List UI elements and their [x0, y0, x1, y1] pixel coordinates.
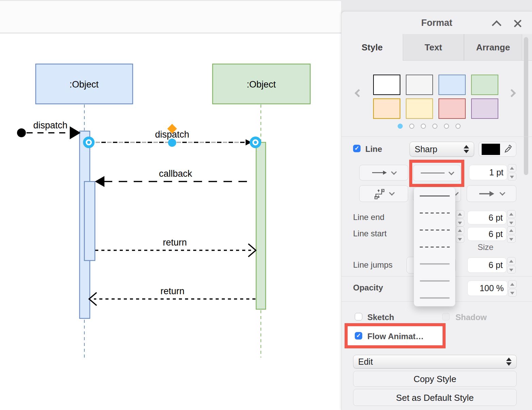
found-message-endpoint[interactable] [17, 128, 26, 137]
tab-style[interactable]: Style [342, 34, 403, 61]
line-checkbox[interactable]: ✓ [353, 145, 361, 152]
dotted-line-icon [420, 263, 450, 265]
panel-scrollbar[interactable] [524, 37, 528, 175]
line-style-option-dashed[interactable] [414, 238, 455, 255]
line-start-label: Line start [353, 229, 387, 238]
line-jumps-label: Line jumps [353, 260, 393, 270]
opacity-label: Opacity [353, 283, 383, 293]
select-arrows-icon [506, 358, 512, 366]
line-color-button[interactable] [479, 142, 516, 157]
callback-arrowhead [95, 176, 104, 187]
sequence-diagram: :Object :Object dispatch dispatch callba… [0, 0, 341, 410]
line-end-size-stepper[interactable] [456, 210, 464, 226]
tab-arrange[interactable]: Arrange [464, 34, 522, 61]
line-jumps-size-input[interactable]: 6 pt [467, 257, 506, 273]
activation-bar-right[interactable] [256, 142, 266, 309]
edit-select-value: Edit [358, 357, 373, 367]
activation-bar-left-nested[interactable] [84, 182, 95, 261]
eyedropper-icon [503, 144, 513, 154]
sketch-label: Sketch [367, 313, 394, 322]
return2-label: return [161, 286, 185, 296]
edit-select[interactable]: Edit [353, 355, 517, 368]
opacity-stepper[interactable] [508, 280, 517, 297]
line-width-stepper[interactable] [508, 164, 516, 180]
line-style-option-dashed[interactable] [414, 204, 455, 221]
pagination-dot[interactable] [421, 124, 426, 129]
line-style-option-solid[interactable] [414, 187, 455, 204]
dashed-line-icon [420, 212, 450, 214]
line-color-swatch [482, 144, 500, 155]
line-style-option-dashed[interactable] [414, 221, 455, 238]
style-swatch-red[interactable] [438, 98, 466, 119]
chevron-up-icon [492, 20, 501, 30]
pagination-dot[interactable] [455, 124, 461, 129]
chevron-left-icon[interactable] [354, 89, 363, 97]
edge-source-handle-dot [87, 141, 90, 144]
chevron-right-icon[interactable] [508, 89, 516, 97]
bold-arrow-icon [479, 190, 496, 197]
line-style-select[interactable]: Sharp [410, 142, 474, 157]
line-jumps-stepper[interactable] [507, 257, 516, 273]
line-end-size-stepper2[interactable] [507, 210, 516, 226]
line-start-size-input[interactable]: 6 pt [467, 227, 506, 241]
pagination-dot[interactable] [432, 124, 437, 129]
size-label: Size [478, 242, 494, 252]
set-default-style-button[interactable]: Set as Default Style [353, 389, 517, 406]
flow-animation-checkbox[interactable]: ✓ [355, 332, 362, 340]
solid-line-icon [420, 195, 450, 196]
pagination-dot[interactable] [444, 124, 449, 129]
panel-tabs: Style Text Arrange [342, 34, 532, 61]
arrow-end-button[interactable] [467, 185, 516, 202]
close-panel-button[interactable] [510, 16, 525, 31]
style-swatch-yellow[interactable] [406, 98, 433, 119]
dashed-line-icon [420, 230, 450, 231]
format-panel: Format Style Text Arrange ✓ Line Sharp [341, 11, 532, 410]
dotted-line-icon [420, 280, 450, 282]
style-swatch-white[interactable] [373, 75, 400, 95]
callback-label: callback [159, 169, 192, 179]
line-start-size-stepper2[interactable] [507, 226, 516, 243]
line-end-size-input[interactable]: 6 pt [467, 211, 506, 224]
select-arrows-icon [464, 145, 469, 153]
style-swatch-orange[interactable] [373, 98, 400, 119]
waypoints-icon [373, 188, 385, 200]
flow-animation-highlight: ✓ Flow Animat… [345, 323, 446, 348]
swatch-pagination [398, 124, 461, 129]
toolbar-area [0, 1, 341, 33]
connection-arrow-button[interactable] [359, 165, 408, 180]
opacity-input[interactable]: 100 % [467, 281, 508, 296]
dotted-line-icon [420, 297, 450, 299]
style-swatch-blue[interactable] [438, 75, 466, 95]
shadow-checkbox[interactable] [442, 313, 450, 320]
divider [342, 137, 532, 137]
style-swatch-purple[interactable] [471, 98, 498, 119]
line-width-input[interactable]: 1 pt [469, 165, 507, 180]
line-style-option-dotted[interactable] [414, 272, 455, 289]
edge-midpoint-handle[interactable] [168, 139, 176, 147]
line-style-option-dotted[interactable] [414, 289, 455, 306]
object-label-left: :Object [69, 79, 99, 90]
close-icon [513, 19, 522, 28]
line-label: Line [365, 144, 382, 154]
line-style-highlight [409, 160, 464, 187]
line-style-dropdown-menu [414, 187, 455, 306]
return1-label: return [163, 237, 187, 248]
style-swatch-grey[interactable] [406, 75, 433, 95]
diagram-canvas[interactable]: :Object :Object dispatch dispatch callba… [0, 33, 341, 410]
sketch-checkbox[interactable] [355, 313, 362, 320]
tab-text[interactable]: Text [403, 34, 464, 61]
flow-animation-label: Flow Animat… [367, 332, 424, 341]
style-swatch-green[interactable] [471, 75, 498, 95]
waypoints-button[interactable] [359, 185, 408, 202]
shadow-label: Shadow [455, 313, 487, 322]
line-style-option-dotted[interactable] [414, 255, 455, 272]
line-style-select-value: Sharp [415, 144, 437, 154]
line-start-size-stepper[interactable] [456, 226, 464, 243]
collapse-panel-button[interactable] [489, 16, 504, 31]
found-message-arrowhead [70, 126, 81, 139]
chevron-down-icon [389, 190, 395, 196]
pagination-dot[interactable] [398, 124, 403, 129]
copy-style-button[interactable]: Copy Style [353, 371, 517, 387]
object-label-right: :Object [247, 79, 276, 90]
pagination-dot[interactable] [409, 124, 414, 129]
